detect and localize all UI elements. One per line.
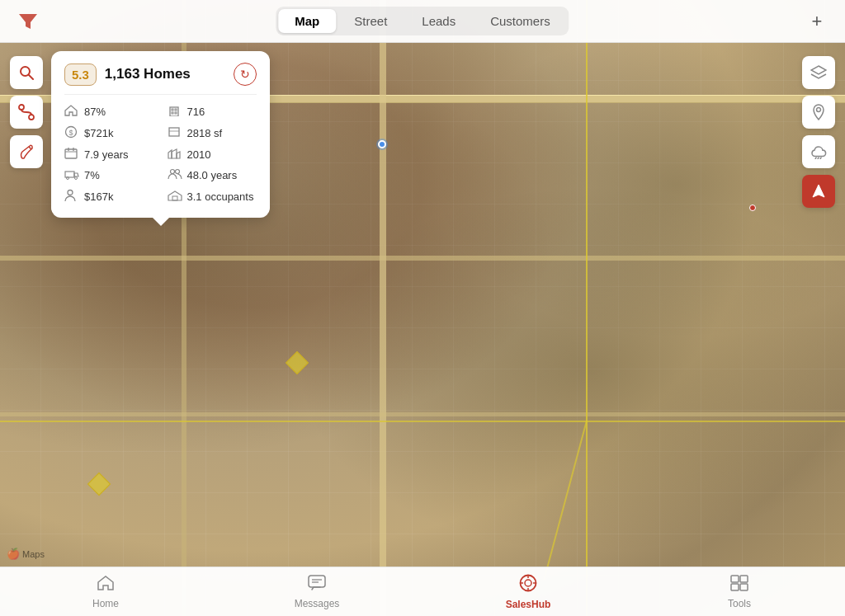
card-title: 1,163 Homes [105, 66, 225, 82]
area-icon [168, 126, 182, 140]
top-bar-left [13, 7, 43, 36]
stat-income-value: $167k [84, 190, 113, 203]
svg-rect-15 [175, 112, 177, 114]
stat-sqft: 2818 sf [168, 125, 257, 141]
stat-median-age: 48.0 years [168, 168, 257, 182]
search-button[interactable] [10, 56, 43, 89]
svg-point-25 [67, 177, 69, 180]
home-icon [64, 105, 79, 119]
tab-tools[interactable]: Tools [706, 575, 772, 609]
svg-marker-10 [813, 185, 824, 197]
boundary-line-horizontal [0, 421, 845, 422]
build-year-icon [168, 148, 182, 162]
svg-line-8 [818, 158, 819, 159]
messages-tab-label: Messages [295, 598, 340, 609]
horizontal-road-2 [0, 256, 845, 261]
tab-street[interactable]: Street [338, 9, 404, 33]
occupants-icon [168, 190, 182, 204]
blue-location-dot [378, 140, 386, 148]
svg-rect-14 [172, 112, 173, 114]
info-card: 5.3 1,163 Homes ↻ 87% 71 [51, 51, 270, 218]
tab-map[interactable]: Map [278, 9, 336, 33]
home-tab-label: Home [92, 598, 119, 609]
card-stats: 87% 716 $ $721k [64, 105, 257, 205]
stat-value-price: $ $721k [64, 125, 154, 141]
people-icon [168, 168, 182, 182]
saleshub-tab-label: SalesHub [506, 599, 551, 610]
truck-icon [64, 168, 79, 182]
tab-customers[interactable]: Customers [474, 9, 567, 33]
svg-point-3 [19, 105, 24, 110]
route-button[interactable] [10, 96, 43, 129]
maps-attribution: 🍎 Maps [7, 548, 45, 560]
stat-age: 7.9 years [64, 148, 154, 162]
draw-button[interactable] [10, 135, 43, 168]
svg-point-6 [817, 108, 821, 112]
messages-tab-icon [308, 575, 326, 595]
svg-rect-13 [175, 109, 177, 111]
svg-marker-0 [19, 14, 37, 29]
svg-line-2 [29, 75, 33, 79]
svg-point-4 [29, 115, 34, 120]
stat-ownership: 87% [64, 105, 154, 119]
top-bar: Map Street Leads Customers + [0, 0, 845, 43]
svg-rect-40 [731, 576, 739, 582]
svg-rect-42 [731, 584, 739, 590]
refresh-button[interactable]: ↻ [234, 63, 257, 86]
stat-occupants-value: 3.1 occupants [187, 190, 254, 203]
horizontal-road-3 [0, 412, 845, 416]
svg-line-5 [29, 147, 31, 149]
svg-rect-41 [740, 576, 748, 582]
svg-rect-20 [65, 149, 77, 158]
svg-rect-12 [172, 109, 173, 111]
tools-tab-icon [730, 575, 748, 595]
svg-point-35 [525, 580, 531, 586]
layers-button[interactable] [802, 56, 835, 89]
svg-rect-31 [309, 576, 325, 587]
stat-turnover: 7% [64, 168, 154, 182]
tab-home[interactable]: Home [73, 575, 139, 609]
tab-messages[interactable]: Messages [284, 575, 350, 609]
calendar-icon [64, 148, 79, 162]
svg-point-27 [170, 170, 174, 174]
left-toolbar [10, 56, 43, 168]
tab-saleshub[interactable]: SalesHub [495, 574, 561, 610]
person-icon [64, 189, 79, 205]
stat-median-age-value: 48.0 years [187, 169, 238, 181]
svg-point-29 [68, 190, 73, 195]
svg-rect-24 [65, 172, 74, 177]
stat-units-value: 716 [187, 106, 205, 118]
svg-point-26 [75, 177, 78, 180]
bottom-bar: Home Messages SalesHub [0, 567, 845, 616]
saleshub-tab-icon [519, 574, 537, 596]
stat-age-value: 7.9 years [84, 148, 128, 161]
stat-income: $167k [64, 189, 154, 205]
stat-year: 2010 [168, 148, 257, 162]
stat-year-value: 2010 [187, 148, 211, 161]
pin-button[interactable] [802, 96, 835, 129]
tools-tab-label: Tools [728, 598, 751, 609]
svg-rect-18 [169, 128, 179, 136]
right-toolbar [802, 56, 835, 208]
stat-sqft-value: 2818 sf [187, 127, 223, 139]
building-icon [168, 105, 182, 119]
stat-units: 716 [168, 105, 257, 119]
weather-button[interactable] [802, 135, 835, 168]
svg-text:$: $ [69, 129, 73, 137]
filter-button[interactable] [13, 7, 43, 36]
score-badge: 5.3 [64, 63, 97, 86]
card-header: 5.3 1,163 Homes ↻ [64, 63, 257, 95]
add-button[interactable]: + [802, 7, 832, 36]
stat-price-value: $721k [84, 127, 113, 139]
location-active-button[interactable] [802, 175, 835, 208]
tab-leads[interactable]: Leads [405, 9, 472, 33]
svg-line-7 [815, 158, 816, 159]
red-marker-dot [749, 205, 756, 211]
svg-rect-30 [172, 196, 177, 200]
svg-line-9 [820, 158, 821, 159]
stat-turnover-value: 7% [84, 169, 100, 181]
vertical-road-1 [380, 0, 386, 616]
stat-occupants: 3.1 occupants [168, 189, 257, 205]
dollar-icon: $ [64, 125, 79, 141]
stat-ownership-value: 87% [84, 106, 106, 118]
